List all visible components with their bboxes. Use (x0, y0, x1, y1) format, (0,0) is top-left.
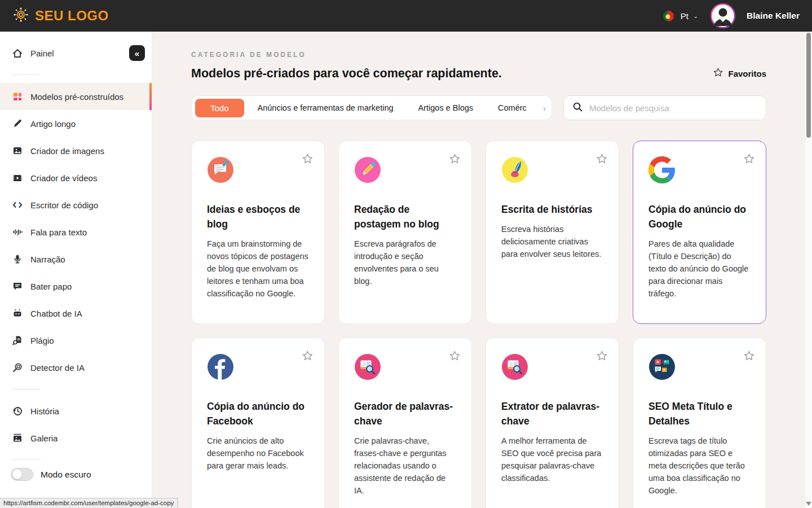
logo[interactable]: SEU LOGO (12, 6, 109, 25)
dark-mode-label: Modo escuro (41, 470, 91, 480)
sidebar-item-label: História (30, 406, 59, 416)
card-title: SEO Meta Título e Detalhes (648, 399, 751, 428)
keyword-doc-magnifier-icon (501, 353, 528, 380)
sidebar-item-narracao[interactable]: Narração (0, 246, 152, 273)
sidebar-item-label: Criador de imagens (30, 146, 104, 156)
sidebar-item-label: Modelos pré-construídos (30, 92, 123, 102)
chat-icon (11, 281, 23, 292)
templates-grid: Ideias e esboços de blog Faça um brainst… (191, 141, 766, 508)
chevron-down-icon[interactable]: ⌄ (693, 12, 698, 20)
image-icon (11, 145, 23, 157)
scrollbar-down-arrow[interactable] (806, 502, 811, 506)
template-card-blog-post[interactable]: Redação de postagem no blog Escreva pará… (338, 141, 472, 324)
quill-ink-icon (501, 156, 528, 183)
history-icon (11, 405, 23, 417)
sidebar-item-label: Escritor de código (30, 200, 98, 210)
favorite-star-icon[interactable] (743, 350, 755, 364)
main-content: CATEGORIA DE MODELO Modelos pré-criados … (153, 32, 805, 508)
tab-todo[interactable]: Todo (195, 99, 244, 117)
sidebar-item-chatbot-ia[interactable]: Chatbot de IA (0, 300, 152, 327)
sidebar-item-label: Chatbot de IA (30, 309, 82, 318)
card-description: Faça um brainstorming de novos tópicos d… (207, 238, 309, 300)
sidebar-item-label: Galeria (30, 433, 58, 443)
sidebar-item-bater-papo[interactable]: Bater papo (0, 273, 152, 300)
sidebar-item-label: Painel (30, 49, 54, 58)
sidebar-item-criador-videos[interactable]: Criador de vídeos (0, 164, 152, 191)
sidebar-item-historia[interactable]: História (0, 397, 152, 424)
keyword-doc-magnifier-icon (354, 353, 381, 380)
sidebar-item-label: Plágio (30, 336, 54, 345)
portugal-flag-icon (663, 11, 674, 21)
search-icon (572, 102, 583, 115)
seo-media-icon (648, 353, 676, 380)
sidebar-item-artigo-longo[interactable]: Artigo longo (0, 110, 152, 137)
divider (11, 75, 41, 75)
sidebar-item-plagio[interactable]: Plágio (0, 327, 152, 354)
dark-mode-toggle[interactable] (11, 468, 33, 481)
card-title: Redação de postagem no blog (354, 202, 456, 231)
favorite-star-icon[interactable] (596, 350, 608, 364)
card-title: Extrator de palavras-chave (501, 399, 603, 428)
template-card-keyword-extractor[interactable]: Extrator de palavras-chave A melhor ferr… (486, 338, 619, 508)
template-card-seo-meta[interactable]: SEO Meta Título e Detalhes Escreva tags … (633, 338, 766, 508)
favorite-star-icon[interactable] (449, 350, 461, 364)
tab-anuncios-marketing[interactable]: Anúncios e ferramentas de marketing (245, 99, 406, 117)
sidebar-item-criador-imagens[interactable]: Criador de imagens (0, 137, 152, 164)
card-description: Escreva parágrafos de introdução e seção… (354, 238, 456, 287)
avatar[interactable] (710, 3, 735, 28)
tab-artigos-blogs[interactable]: Artigos e Blogs (406, 99, 486, 117)
sidebar-item-modelos[interactable]: Modelos pré-construídos (0, 83, 152, 110)
sidebar-item-detector-ia[interactable]: Detector de IA (0, 354, 152, 381)
pencil-icon (354, 156, 381, 183)
robot-icon (11, 308, 23, 319)
template-card-google-ad-copy[interactable]: Cópia do anúncio do Google Pares de alta… (633, 141, 766, 324)
favorite-star-icon[interactable] (743, 153, 755, 167)
card-description: Pares de alta qualidade (Título e Descri… (648, 238, 751, 300)
card-title: Gerador de palavras-chave (354, 399, 456, 428)
facebook-logo-icon (207, 353, 234, 380)
card-title: Cópia do anúncio do Facebook (207, 399, 309, 428)
microphone-icon (11, 253, 23, 265)
card-description: Escreva histórias deliciosamente criativ… (501, 223, 603, 260)
sidebar: Painel « Modelos pré-construídos Artigo … (0, 32, 152, 508)
sidebar-collapse-button[interactable]: « (129, 45, 145, 61)
card-description: Escreva tags de título otimizadas para S… (648, 435, 751, 497)
favorite-star-icon[interactable] (302, 153, 314, 167)
pen-icon (11, 118, 23, 130)
sidebar-item-escritor-codigo[interactable]: Escritor de código (0, 191, 152, 218)
user-name[interactable]: Blaine Keller (747, 11, 800, 21)
template-card-facebook-ad-copy[interactable]: Cópia do anúncio do Facebook Crie anúnci… (191, 338, 325, 508)
template-card-keyword-generator[interactable]: Gerador de palavras-chave Crie palavras-… (338, 338, 472, 508)
scrollbar-thumb[interactable] (806, 33, 811, 138)
language-label[interactable]: Pt (681, 11, 689, 21)
sidebar-item-fala-para-texto[interactable]: Fala para texto (0, 218, 152, 246)
divider (11, 459, 41, 460)
favorite-star-icon[interactable] (449, 153, 461, 167)
card-title: Escrita de histórias (501, 202, 603, 217)
template-card-story-writing[interactable]: Escrita de histórias Escreva histórias d… (486, 141, 619, 324)
favorite-star-icon[interactable] (596, 153, 608, 167)
chevron-right-icon[interactable]: › (541, 103, 546, 113)
video-icon (11, 172, 23, 184)
card-description: Crie anúncios de alto desempenho no Face… (207, 435, 309, 472)
search-input[interactable] (589, 103, 757, 113)
topbar: SEU LOGO Pt ⌄ Blaine Keller (0, 0, 812, 32)
sidebar-item-galeria[interactable]: Galeria (0, 424, 152, 452)
gallery-icon (11, 432, 23, 444)
template-card-blog-ideas[interactable]: Ideias e esboços de blog Faça um brainst… (191, 141, 325, 324)
divider (11, 389, 41, 389)
dark-mode-row: Modo escuro (0, 468, 152, 481)
templates-grid-icon (11, 91, 23, 103)
category-tabs: Todo Anúncios e ferramentas de marketing… (191, 95, 552, 120)
card-title: Cópia do anúncio do Google (648, 202, 751, 231)
favorite-star-icon[interactable] (302, 350, 314, 364)
logo-text: SEU LOGO (35, 8, 109, 24)
card-description: Crie palavras-chave, frases-chave e perg… (354, 435, 456, 497)
star-icon (713, 67, 723, 80)
plagiarism-doc-magnifier-icon (11, 335, 23, 347)
logo-network-icon (12, 6, 29, 25)
page-scrollbar[interactable] (805, 32, 812, 508)
favorites-button[interactable]: Favoritos (713, 67, 766, 80)
tab-comercio[interactable]: Comérc (486, 99, 527, 117)
sidebar-item-painel[interactable]: Painel « (0, 40, 152, 67)
